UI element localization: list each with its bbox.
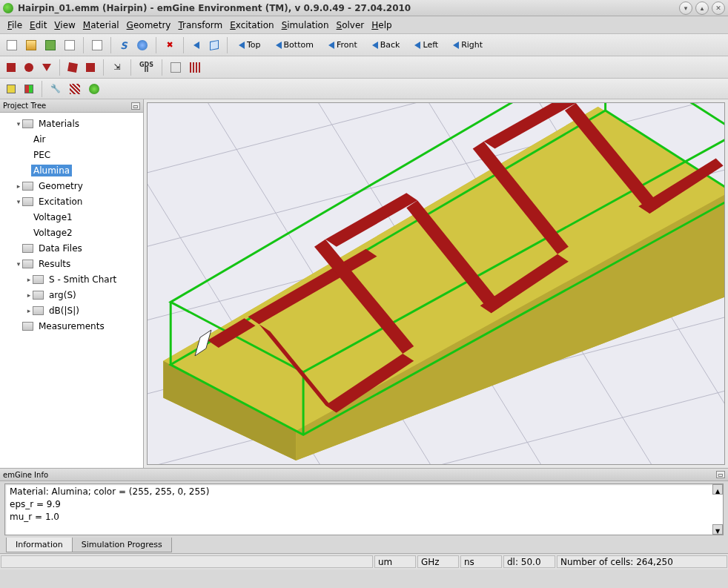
view-bottom-button[interactable]: Bottom — [269, 37, 320, 53]
view-front-button[interactable]: Front — [322, 37, 364, 53]
view-back-button[interactable]: Back — [365, 37, 407, 53]
expander-icon[interactable]: ▸ — [25, 276, 33, 283]
separator — [83, 37, 84, 53]
box-button[interactable] — [206, 37, 222, 53]
expander-icon[interactable]: ▸ — [25, 291, 33, 299]
scroll-up-icon[interactable]: ▲ — [712, 484, 723, 495]
wireframe-button[interactable] — [188, 37, 205, 53]
maximize-button[interactable]: ▴ — [695, 1, 709, 15]
tool-button[interactable]: 🔧 — [47, 81, 64, 97]
tree-excitation[interactable]: ▾Excitation — [1, 194, 142, 209]
settings-button[interactable]: S — [116, 37, 132, 53]
expander-icon[interactable]: ▸ — [15, 182, 22, 190]
delete-button[interactable]: ✖ — [161, 37, 179, 53]
close-button[interactable]: ✕ — [712, 1, 725, 15]
triangle-icon — [372, 42, 378, 49]
scroll-down-icon[interactable]: ▼ — [712, 524, 723, 535]
save-button[interactable] — [42, 37, 59, 53]
poly-shape-button[interactable] — [64, 59, 81, 76]
folder-icon — [33, 275, 44, 284]
menu-transform[interactable]: Transform — [175, 19, 225, 32]
tree-voltage1[interactable]: Voltage1 — [1, 209, 142, 225]
minimize-button[interactable]: ▾ — [679, 1, 692, 15]
tree-air[interactable]: Air — [1, 131, 142, 147]
expander-icon — [15, 245, 22, 252]
expander-icon[interactable]: ▾ — [15, 260, 22, 268]
viewport-panel — [144, 99, 728, 468]
view-right-button[interactable]: Right — [446, 37, 489, 53]
status-message — [1, 555, 373, 568]
open-button[interactable] — [22, 37, 40, 53]
multi-icon — [24, 85, 33, 93]
menu-view[interactable]: View — [51, 19, 78, 32]
project-tree-title: Project Tree ▭ — [0, 99, 143, 113]
tree-alumina[interactable]: Alumina — [1, 162, 142, 178]
menu-geometry[interactable]: Geometry — [124, 19, 174, 32]
save-as-button[interactable] — [61, 37, 79, 53]
cube-icon — [210, 39, 219, 50]
gds-button[interactable]: GDSII — [136, 59, 157, 76]
print-button[interactable] — [88, 37, 106, 53]
run-button[interactable] — [85, 81, 103, 97]
tree-materials[interactable]: ▾Materials — [1, 116, 142, 131]
info-line: mu_r = 1.0 — [10, 511, 718, 523]
tab-information[interactable]: Information — [6, 538, 73, 552]
view-left-button[interactable]: Left — [408, 37, 445, 53]
new-button[interactable] — [3, 37, 21, 53]
menu-file[interactable]: File — [4, 19, 25, 32]
tree-args[interactable]: ▸arg(S) — [1, 287, 142, 303]
triangle-icon — [193, 42, 199, 49]
tree-results[interactable]: ▾Results — [1, 256, 142, 271]
folder-icon — [22, 260, 33, 268]
solid-icon — [7, 85, 16, 93]
separator — [103, 59, 104, 76]
tree-pec[interactable]: PEC — [1, 147, 142, 162]
collapse-panel-icon[interactable]: ▭ — [716, 471, 725, 478]
settings-s-icon: S — [120, 40, 127, 50]
info-button[interactable] — [133, 37, 151, 53]
bars-icon — [190, 62, 200, 73]
bars-button[interactable] — [186, 59, 204, 76]
toolbar-display: 🔧 — [0, 79, 728, 99]
box-shape-button[interactable] — [82, 59, 99, 76]
menu-excitation[interactable]: Excitation — [227, 19, 277, 32]
menu-help[interactable]: Help — [368, 19, 394, 32]
display-solid-button[interactable] — [3, 81, 19, 97]
viewport-3d[interactable] — [147, 102, 725, 465]
toggle-button[interactable] — [167, 59, 185, 76]
rect-shape-button[interactable] — [3, 59, 19, 76]
status-unit-length: um — [374, 555, 416, 568]
expander-icon[interactable]: ▾ — [15, 198, 22, 205]
mesh-button[interactable] — [66, 81, 84, 97]
project-tree[interactable]: ▾Materials Air PEC Alumina ▸Geometry ▾Ex… — [0, 113, 143, 468]
folder-icon — [33, 291, 44, 300]
circle-shape-button[interactable] — [21, 59, 37, 76]
toggle-icon — [171, 62, 181, 73]
tab-simulation-progress[interactable]: Simulation Progress — [73, 538, 172, 552]
expander-icon[interactable]: ▸ — [25, 307, 33, 314]
expander-icon[interactable]: ▾ — [15, 120, 22, 128]
rect-icon — [7, 63, 16, 72]
triangle-icon — [453, 42, 459, 49]
folder-icon — [22, 119, 33, 128]
mesh-icon — [70, 84, 80, 94]
view-top-button[interactable]: Top — [232, 37, 268, 53]
status-dl: dl: 50.0 — [503, 555, 555, 568]
tree-voltage2[interactable]: Voltage2 — [1, 225, 142, 240]
menu-solver[interactable]: Solver — [334, 19, 368, 32]
menu-edit[interactable]: Edit — [27, 19, 50, 32]
tree-geometry[interactable]: ▸Geometry — [1, 178, 142, 194]
menu-material[interactable]: Material — [80, 19, 122, 32]
info-textarea[interactable]: Material: Alumina; color = (255, 255, 0,… — [4, 483, 724, 535]
menubar: File Edit View Material Geometry Transfo… — [0, 16, 728, 34]
collapse-panel-icon[interactable]: ▭ — [131, 102, 140, 110]
import-button[interactable]: ⇲ — [108, 59, 126, 76]
display-multi-button[interactable] — [21, 81, 37, 97]
cone-shape-button[interactable] — [39, 59, 55, 76]
tree-smith[interactable]: ▸S - Smith Chart — [1, 271, 142, 287]
menu-simulation[interactable]: Simulation — [279, 19, 332, 32]
tree-datafiles[interactable]: Data Files — [1, 240, 142, 256]
tree-dbs[interactable]: ▸dB(|S|) — [1, 303, 142, 318]
tree-measurements[interactable]: Measurements — [1, 318, 142, 334]
info-line: Material: Alumina; color = (255, 255, 0,… — [10, 486, 718, 498]
